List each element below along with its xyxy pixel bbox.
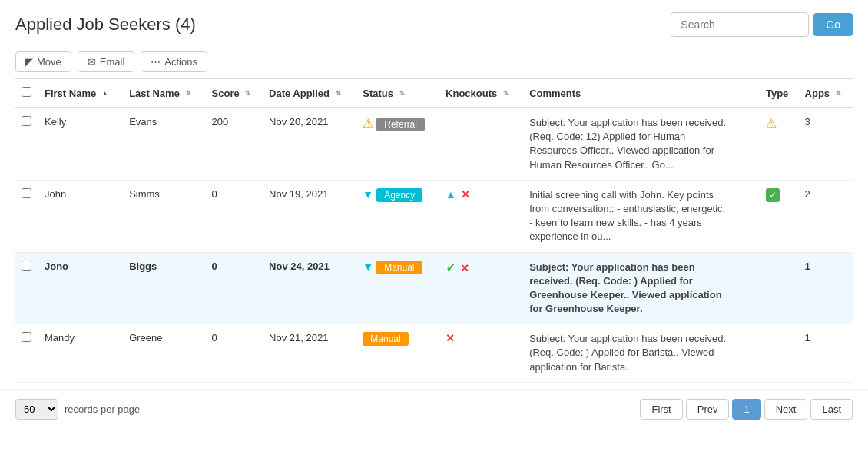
last-page-button[interactable]: Last — [810, 399, 853, 420]
table-row: MandyGreene0Nov 21, 2021Manual✕Subject: … — [15, 324, 853, 383]
row-checkbox[interactable] — [22, 116, 31, 126]
select-all-checkbox[interactable] — [22, 87, 31, 97]
cell-score: 0 — [206, 180, 263, 252]
status-badge: Manual — [376, 261, 422, 274]
table-row: JonoBiggs0Nov 24, 2021▼Manual✓✕Subject: … — [15, 252, 853, 324]
status-badge: Referral — [376, 118, 425, 131]
status-badge: Manual — [363, 332, 408, 346]
sort-first-name-icon: ▲ — [102, 91, 108, 97]
col-status[interactable]: Status ⇅ — [356, 79, 439, 108]
row-checkbox-cell — [15, 252, 38, 324]
table-container: First Name ▲ Last Name ⇅ Score ⇅ Date Ap… — [0, 78, 868, 383]
filter-icon: ▼ — [363, 261, 373, 273]
prev-page-button[interactable]: Prev — [686, 399, 730, 420]
actions-button[interactable]: ⋯ Actions — [141, 51, 207, 72]
cell-comments: Subject: Your application has been recei… — [523, 324, 760, 383]
cell-date-applied: Nov 19, 2021 — [263, 180, 356, 252]
page-header: Applied Job Seekers (4) Go — [0, 0, 868, 45]
status-badge: Agency — [376, 188, 422, 202]
col-type: Type — [760, 79, 799, 108]
cell-type — [760, 252, 799, 324]
filter-icon: ▼ — [363, 188, 373, 201]
cell-knockouts: ✓✕ — [439, 252, 523, 324]
current-page-button[interactable]: 1 — [732, 399, 760, 420]
cell-last-name: Biggs — [123, 252, 205, 324]
col-last-name[interactable]: Last Name ⇅ — [123, 79, 205, 108]
go-button[interactable]: Go — [813, 13, 853, 36]
sort-score-icon: ⇅ — [245, 91, 250, 97]
cell-first-name: Kelly — [38, 108, 123, 180]
cell-apps: 3 — [799, 108, 853, 180]
cell-score: 0 — [206, 252, 263, 324]
cell-date-applied: Nov 21, 2021 — [263, 324, 356, 383]
cell-score: 200 — [206, 108, 263, 180]
cell-status: ⚠Referral — [356, 108, 439, 180]
cell-apps: 1 — [799, 252, 853, 324]
next-page-button[interactable]: Next — [764, 399, 808, 420]
move-button[interactable]: ◤ Move — [15, 51, 71, 72]
cell-status: ▼Manual — [356, 252, 439, 324]
row-checkbox[interactable] — [22, 332, 31, 342]
cell-last-name: Simms — [123, 180, 205, 252]
cell-status: Manual — [356, 324, 439, 383]
records-per-page-select[interactable]: 10 25 50 100 — [15, 399, 58, 420]
type-check-box-icon: ✓ — [766, 188, 780, 202]
cell-date-applied: Nov 24, 2021 — [263, 252, 356, 324]
comment-text: Initial screening call with John. Key po… — [529, 188, 729, 244]
row-checkbox[interactable] — [22, 261, 31, 271]
toolbar: ◤ Move ✉ Email ⋯ Actions — [0, 45, 868, 78]
cell-comments: Subject: Your application has been recei… — [523, 108, 760, 180]
col-score[interactable]: Score ⇅ — [206, 79, 263, 108]
applicants-table: First Name ▲ Last Name ⇅ Score ⇅ Date Ap… — [15, 78, 853, 383]
records-label: records per page — [65, 403, 140, 415]
email-icon: ✉ — [88, 56, 96, 68]
sort-status-icon: ⇅ — [399, 91, 405, 97]
cell-status: ▼Agency — [356, 180, 439, 252]
sort-date-icon: ⇅ — [336, 91, 341, 97]
email-button[interactable]: ✉ Email — [78, 51, 135, 72]
page-footer: 10 25 50 100 records per page First Prev… — [0, 389, 868, 429]
col-comments: Comments — [523, 79, 760, 108]
cell-first-name: Mandy — [38, 324, 123, 383]
move-icon: ◤ — [25, 56, 33, 68]
col-apps[interactable]: Apps ⇅ — [799, 79, 853, 108]
warning-icon: ⚠ — [363, 117, 373, 130]
cell-knockouts: ✕ — [439, 324, 523, 383]
cell-comments: Initial screening call with John. Key po… — [523, 180, 760, 252]
cell-knockouts: ▲✕ — [439, 180, 523, 252]
col-date-applied[interactable]: Date Applied ⇅ — [263, 79, 356, 108]
first-page-button[interactable]: First — [640, 399, 682, 420]
table-header-row: First Name ▲ Last Name ⇅ Score ⇅ Date Ap… — [15, 79, 853, 108]
pagination: First Prev 1 Next Last — [640, 399, 853, 420]
cell-first-name: John — [38, 180, 123, 252]
comment-text: Subject: Your application has been recei… — [529, 116, 729, 172]
cell-last-name: Greene — [123, 324, 205, 383]
type-warning-icon: ⚠ — [766, 117, 777, 130]
cell-apps: 1 — [799, 324, 853, 383]
records-control: 10 25 50 100 records per page — [15, 399, 140, 420]
x-icon: ✕ — [446, 332, 455, 344]
search-input[interactable] — [671, 12, 809, 37]
col-first-name[interactable]: First Name ▲ — [38, 79, 123, 108]
sort-last-name-icon: ⇅ — [186, 91, 191, 97]
comment-text: Subject: Your application has been recei… — [529, 332, 729, 374]
table-row: KellyEvans200Nov 20, 2021⚠ReferralSubjec… — [15, 108, 853, 180]
col-knockouts[interactable]: Knockouts ⇅ — [439, 79, 523, 108]
x-icon: ✕ — [461, 188, 470, 201]
cell-first-name: Jono — [38, 252, 123, 324]
checkmark-icon: ✓ — [446, 261, 456, 274]
select-all-header[interactable] — [15, 79, 38, 108]
table-row: JohnSimms0Nov 19, 2021▼Agency▲✕Initial s… — [15, 180, 853, 252]
cell-score: 0 — [206, 324, 263, 383]
ellipsis-icon: ⋯ — [151, 56, 161, 68]
row-checkbox-cell — [15, 180, 38, 252]
filter-icon: ▲ — [446, 188, 456, 201]
row-checkbox[interactable] — [22, 188, 31, 198]
sort-knockouts-icon: ⇅ — [503, 91, 509, 97]
row-checkbox-cell — [15, 324, 38, 383]
cell-type: ⚠ — [760, 108, 799, 180]
cell-knockouts — [439, 108, 523, 180]
cell-comments: Subject: Your application has been recei… — [523, 252, 760, 324]
cell-apps: 2 — [799, 180, 853, 252]
row-checkbox-cell — [15, 108, 38, 180]
